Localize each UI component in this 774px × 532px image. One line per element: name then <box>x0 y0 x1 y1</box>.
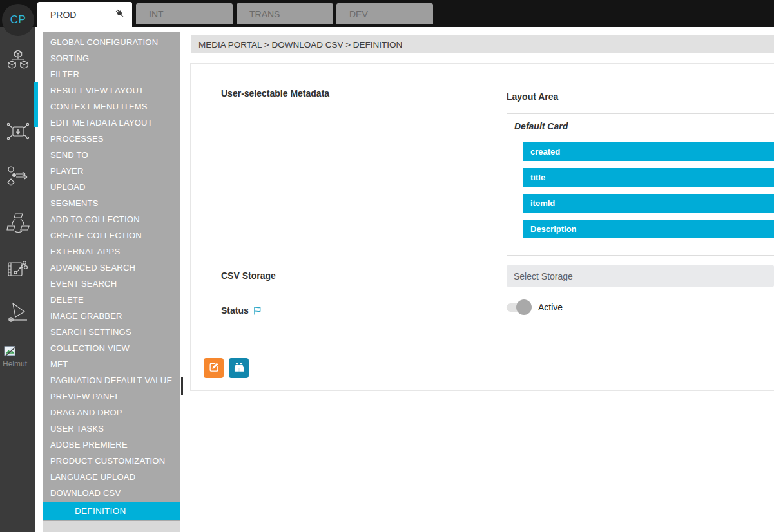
env-tab-dev[interactable]: DEV <box>336 3 433 24</box>
sidebar-item[interactable]: IMAGE GRABBER <box>43 308 180 324</box>
env-tab-trans-label: TRANS <box>249 9 280 19</box>
sidebar-item-definition-active[interactable]: DEFINITION <box>43 502 180 520</box>
status-label: Status <box>221 305 249 316</box>
app-logo[interactable]: CP <box>2 4 34 36</box>
sidebar-item[interactable]: PREVIEW PANEL <box>43 388 180 404</box>
layout-area-label: Layout Area <box>507 91 558 102</box>
csv-storage-label: CSV Storage <box>221 271 276 281</box>
env-tab-prod-label: PROD <box>50 10 76 20</box>
sidebar-item[interactable]: COLLECTION VIEW <box>43 340 180 356</box>
sidebar-item[interactable]: SEND TO <box>43 147 180 163</box>
sidebar-item[interactable]: PRODUCT CUSTOMIZATION <box>43 453 180 469</box>
sidebar-item[interactable]: RESULT VIEW LAYOUT <box>43 82 180 99</box>
breadcrumb: MEDIA PORTAL > DOWNLOAD CSV > DEFINITION <box>191 35 774 53</box>
metadata-field-bar[interactable]: title <box>523 168 774 187</box>
sidebar-item[interactable]: SEGMENTS <box>43 195 180 211</box>
sidebar-item[interactable]: MFT <box>43 356 180 372</box>
flag-icon <box>253 306 262 318</box>
broken-image-icon <box>4 346 18 357</box>
sidebar-menu: GLOBAL CONFIGURATIONSORTINGFILTERRESULT … <box>43 32 180 501</box>
sidebar-item[interactable]: EXTERNAL APPS <box>43 243 180 260</box>
user-avatar-broken[interactable]: Helmut <box>3 346 35 368</box>
sidebar-item[interactable]: EDIT METADATA LAYOUT <box>43 115 180 131</box>
storage-select[interactable]: Select Storage <box>507 265 774 287</box>
plug-icon <box>115 8 126 21</box>
status-toggle-row: Active <box>507 299 563 316</box>
app-logo-text: CP <box>10 14 26 26</box>
module-rail: Helmut <box>0 27 35 532</box>
metadata-label: User-selectable Metadata <box>221 88 329 99</box>
status-toggle[interactable] <box>507 299 532 316</box>
edit-icon <box>208 361 220 375</box>
edit-button[interactable] <box>204 358 224 378</box>
sidebar-item[interactable]: FILTER <box>43 66 180 82</box>
sidebar-item[interactable]: ADOBE PREMIERE <box>43 437 180 453</box>
sidebar-item[interactable]: DRAG AND DROP <box>43 404 180 421</box>
player-icon[interactable] <box>0 298 35 326</box>
env-tab-prod[interactable]: PROD <box>37 2 132 27</box>
sidebar-item[interactable]: ADD TO COLLECTION <box>43 211 180 227</box>
settings-sidebar: GLOBAL CONFIGURATIONSORTINGFILTERRESULT … <box>43 32 180 532</box>
sidebar-item[interactable]: ADVANCED SEARCH <box>43 260 180 276</box>
sidebar-item[interactable]: PLAYER <box>43 163 180 179</box>
rail-active-indicator <box>34 82 38 127</box>
metadata-field-bar[interactable]: Description <box>523 220 774 238</box>
sidebar-item[interactable]: DOWNLOAD CSV <box>43 485 180 501</box>
app-root: PROD INT TRANS DEV CP <box>0 0 774 532</box>
metadata-field-bar[interactable]: created <box>523 142 774 161</box>
metadata-field-list: createdtitleitemIdDescription <box>523 142 774 245</box>
sidebar-footer-strip <box>43 521 180 532</box>
binoculars-icon <box>233 361 245 375</box>
user-avatar-label: Helmut <box>3 359 35 368</box>
portal-config-icon[interactable] <box>0 117 35 146</box>
status-label-row: Status <box>221 305 262 316</box>
sidebar-item[interactable]: GLOBAL CONFIGURATION <box>43 34 180 50</box>
layout-area-divider <box>507 108 774 108</box>
metadata-field-bar[interactable]: itemId <box>523 194 774 213</box>
status-value: Active <box>538 302 563 312</box>
top-bar: PROD INT TRANS DEV <box>0 0 774 27</box>
sidebar-item[interactable]: EVENT SEARCH <box>43 276 180 292</box>
sidebar-item[interactable]: CONTEXT MENU ITEMS <box>43 99 180 115</box>
sidebar-item[interactable]: LANGUAGE UPLOAD <box>43 469 180 485</box>
breadcrumb-text: MEDIA PORTAL > DOWNLOAD CSV > DEFINITION <box>198 40 402 50</box>
storage-select-value: Select Storage <box>514 271 573 281</box>
env-tab-int-label: INT <box>149 9 164 19</box>
sidebar-item[interactable]: PAGINATION DEFAULT VALUE <box>43 372 180 388</box>
sidebar-item[interactable]: CREATE COLLECTION <box>43 227 180 243</box>
assets-cubes-icon[interactable] <box>0 46 35 74</box>
workflow-icon[interactable] <box>0 162 35 191</box>
toggle-knob <box>516 299 532 315</box>
sidebar-item[interactable]: USER TASKS <box>43 421 180 437</box>
env-tab-int[interactable]: INT <box>136 3 233 24</box>
sidebar-scrollbar-thumb[interactable] <box>181 377 183 395</box>
sidebar-item[interactable]: UPLOAD <box>43 179 180 195</box>
premiere-editor-icon[interactable] <box>0 254 35 282</box>
sidebar-item[interactable]: SORTING <box>43 50 180 66</box>
sidebar-item[interactable]: PROCESSES <box>43 131 180 147</box>
default-card-title: Default Card <box>514 121 568 131</box>
collections-cycle-icon[interactable] <box>0 208 35 236</box>
env-tab-trans[interactable]: TRANS <box>237 3 333 24</box>
find-button[interactable] <box>229 358 249 378</box>
sidebar-item[interactable]: SEARCH SETTINGS <box>43 324 180 340</box>
sidebar-item[interactable]: DELETE <box>43 292 180 308</box>
env-tab-dev-label: DEV <box>349 9 368 19</box>
